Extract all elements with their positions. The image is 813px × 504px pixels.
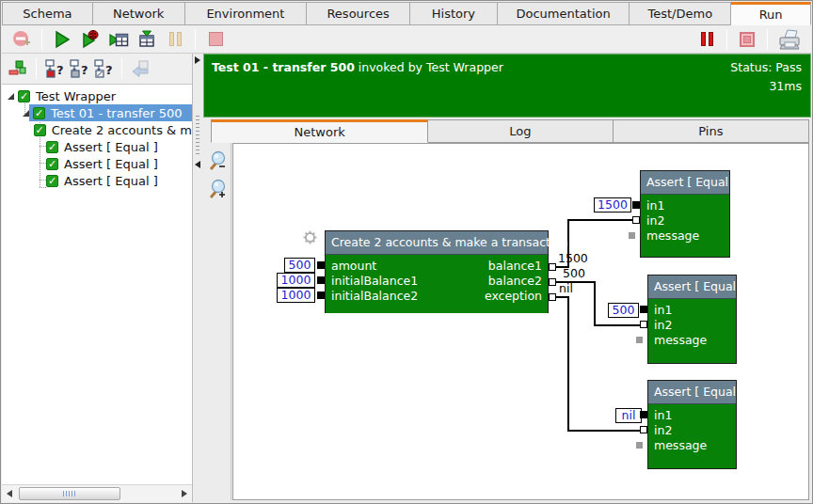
tree-item-test-01[interactable]: Test 01 - transfer 500	[2, 104, 192, 121]
reset-button[interactable]	[9, 28, 34, 51]
input-pin[interactable]	[317, 261, 325, 269]
tab-network[interactable]: Network	[93, 2, 185, 25]
node-assert-2[interactable]: Assert [ Equal ] in1 in2 message	[647, 275, 737, 364]
find-unknown-button[interactable]: ?	[68, 57, 90, 80]
tab-run[interactable]: Run	[731, 2, 811, 25]
input-pin[interactable]	[640, 411, 647, 418]
output-pin[interactable]	[549, 263, 556, 271]
input-port-label[interactable]: message	[654, 438, 707, 453]
input-pin[interactable]	[317, 291, 325, 299]
tab-label: Network	[295, 125, 345, 139]
tab-schema[interactable]: Schema	[2, 2, 93, 25]
pause-active-button[interactable]	[694, 28, 719, 51]
import-results-button[interactable]	[135, 28, 159, 51]
input-pin[interactable]	[636, 337, 643, 343]
input-port-label[interactable]: in1	[646, 198, 664, 213]
expander-icon[interactable]	[23, 110, 29, 117]
tab-test-demo[interactable]: Test/Demo	[630, 2, 731, 25]
checkbox-checked-icon[interactable]	[18, 90, 30, 102]
zoom-in-icon	[207, 179, 228, 201]
scroll-left-button[interactable]	[2, 486, 17, 502]
tree-item-assert-3[interactable]: Assert [ Equal ]	[2, 172, 192, 189]
horizontal-scrollbar[interactable]	[2, 484, 192, 502]
run-icon	[53, 30, 72, 49]
scroll-right-button[interactable]	[177, 486, 192, 502]
find-unknown-icon: ?	[69, 58, 89, 79]
node-assert-3[interactable]: Assert [ Equal ] in1 in2 message	[647, 380, 737, 469]
banner-title-line: Test 01 - transfer 500 invoked by Test W…	[212, 60, 503, 74]
node-title: Assert [ Equal ]	[641, 171, 729, 195]
checkbox-checked-icon[interactable]	[34, 124, 46, 136]
input-pin[interactable]	[640, 321, 647, 328]
tree-item-create-accounts[interactable]: Create 2 accounts & m	[2, 121, 192, 138]
tab-history[interactable]: History	[410, 2, 498, 25]
input-pin[interactable]	[632, 216, 640, 224]
checkbox-checked-icon[interactable]	[33, 107, 45, 119]
tab-log-view[interactable]: Log	[428, 119, 613, 143]
input-port-label[interactable]: message	[654, 333, 707, 348]
tab-pins-view[interactable]: Pins	[614, 119, 809, 143]
input-port-label[interactable]: amount	[331, 259, 376, 274]
tab-environment[interactable]: Environment	[185, 2, 308, 25]
collapse-right-icon[interactable]	[195, 56, 200, 64]
tab-network-view[interactable]: Network	[211, 119, 428, 143]
output-port-label[interactable]: balance2	[488, 274, 542, 289]
pin-value-box[interactable]: 500	[284, 258, 315, 273]
input-port-label[interactable]: in2	[654, 318, 672, 333]
input-pin[interactable]	[636, 442, 643, 449]
node-assert-1[interactable]: Assert [ Equal ] in1 in2 message	[640, 170, 730, 258]
input-port-label[interactable]: initialBalance1	[331, 274, 418, 289]
gear-icon[interactable]	[303, 230, 317, 244]
node-create-accounts[interactable]: Create 2 accounts & make a transaction a…	[325, 230, 549, 313]
output-port-label[interactable]: exception	[485, 289, 542, 304]
pin-value-box[interactable]: nil	[615, 408, 642, 423]
checkbox-checked-icon[interactable]	[46, 175, 58, 187]
input-port-label[interactable]: in2	[654, 423, 672, 438]
tree-item-assert-2[interactable]: Assert [ Equal ]	[2, 155, 192, 172]
output-pin[interactable]	[549, 293, 556, 301]
find-failed-button[interactable]: ?	[43, 57, 66, 80]
test-title: Test 01 - transfer 500	[212, 60, 355, 74]
navigate-back-button[interactable]	[129, 57, 151, 80]
input-pin[interactable]	[317, 276, 325, 284]
tree-item-label: Create 2 accounts & m	[52, 123, 192, 137]
find-skipped-button[interactable]: ?	[92, 57, 115, 80]
zoom-out-button[interactable]	[207, 150, 228, 173]
pin-value-box[interactable]: 500	[608, 303, 639, 318]
tree-structure-button[interactable]	[7, 57, 29, 80]
stop-button-disabled[interactable]	[203, 28, 228, 51]
input-port-label[interactable]: in1	[654, 303, 672, 318]
scrollbar-thumb[interactable]	[19, 487, 120, 500]
stop-run-button[interactable]	[735, 28, 759, 51]
input-port-label[interactable]: in2	[646, 213, 664, 228]
debug-run-button[interactable]	[78, 28, 103, 51]
output-port-label[interactable]: balance1	[488, 259, 542, 274]
tab-documentation[interactable]: Documentation	[498, 2, 630, 25]
checkbox-checked-icon[interactable]	[46, 158, 58, 170]
print-button[interactable]	[775, 28, 804, 51]
checkbox-checked-icon[interactable]	[46, 141, 58, 153]
output-pin[interactable]	[549, 278, 556, 286]
collapse-left-icon[interactable]	[195, 161, 200, 168]
run-to-view-icon	[108, 30, 129, 49]
tab-resources[interactable]: Resources	[307, 2, 410, 25]
input-pin[interactable]	[640, 426, 647, 433]
pin-value-box[interactable]: 1500	[594, 197, 631, 213]
input-port-label[interactable]: initialBalance2	[331, 289, 418, 304]
run-button[interactable]	[50, 28, 74, 51]
zoom-in-button[interactable]	[207, 179, 228, 201]
input-pin[interactable]	[632, 201, 640, 209]
app-window: Schema Network Environment Resources His…	[0, 0, 813, 504]
pause-button-disabled[interactable]	[163, 28, 187, 51]
run-to-view-button[interactable]	[106, 28, 131, 51]
input-pin[interactable]	[640, 306, 647, 313]
tree-item-test-wrapper[interactable]: Test Wrapper	[2, 87, 192, 104]
tree-item-assert-1[interactable]: Assert [ Equal ]	[2, 138, 192, 155]
expander-icon[interactable]	[8, 93, 14, 100]
pin-value-box[interactable]: 1000	[277, 288, 315, 303]
input-pin[interactable]	[629, 232, 635, 239]
pin-value-box[interactable]: 1000	[277, 273, 315, 288]
input-port-label[interactable]: message	[646, 228, 699, 244]
panel-splitter[interactable]	[193, 54, 203, 502]
input-port-label[interactable]: in1	[654, 408, 672, 423]
